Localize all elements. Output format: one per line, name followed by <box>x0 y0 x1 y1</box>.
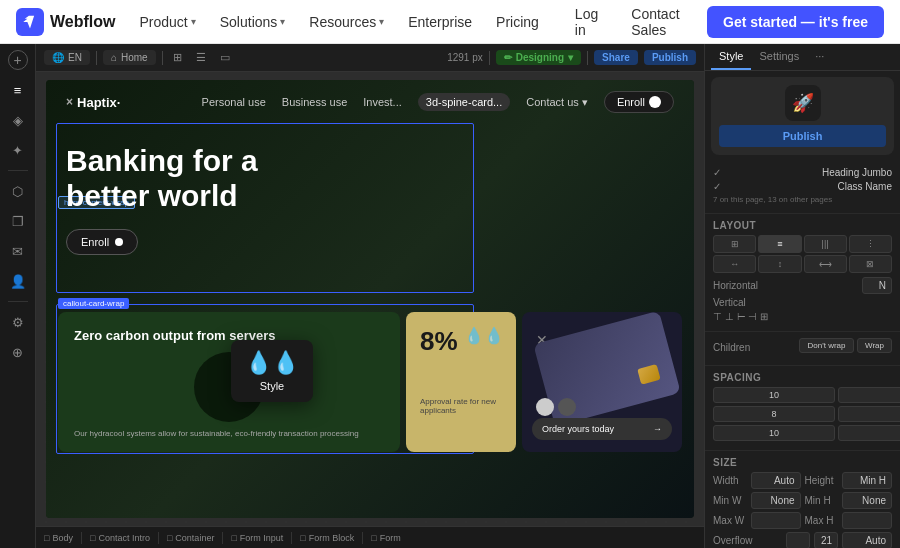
sidebar-icon-assets[interactable]: ◈ <box>4 106 32 134</box>
height-input[interactable] <box>842 472 892 489</box>
maxw-input[interactable] <box>751 512 801 529</box>
layout-btn-2[interactable]: ≡ <box>758 235 801 253</box>
tab-settings[interactable]: Settings <box>751 44 807 70</box>
sidebar-icon-cms[interactable]: ❐ <box>4 207 32 235</box>
dont-wrap-input[interactable] <box>799 338 854 353</box>
canvas-area[interactable]: × Haptix· Personal use Business use Inve… <box>36 72 704 526</box>
mode-selector[interactable]: ✏ Designing ▾ <box>496 50 581 65</box>
nav-enterprise[interactable]: Enterprise <box>400 10 480 34</box>
tab-more[interactable]: ··· <box>807 44 832 70</box>
maxh-input[interactable] <box>842 512 892 529</box>
overflow-input-3[interactable] <box>842 532 892 548</box>
wrap-input[interactable] <box>857 338 892 353</box>
sidebar-icon-settings[interactable]: ⚙ <box>4 308 32 336</box>
layout-btn-7[interactable]: ⟷ <box>804 255 847 273</box>
site-nav-3dspine[interactable]: 3d-spine-card... <box>418 93 510 111</box>
order-button[interactable]: Order yours today → <box>532 418 672 440</box>
share-button[interactable]: Share <box>594 50 638 65</box>
site-nav-business[interactable]: Business use <box>282 96 347 108</box>
view-icon[interactable]: ⊞ <box>169 49 186 66</box>
width-input[interactable] <box>751 472 801 489</box>
green-card-title: Zero carbon output from servers <box>74 328 384 345</box>
gold-card-label: Approval rate for new applicants <box>420 397 502 415</box>
overflow-input-2[interactable] <box>814 532 838 548</box>
layout-btn-8[interactable]: ⊠ <box>849 255 892 273</box>
breadcrumb-form-block[interactable]: □ Form Block <box>300 533 354 543</box>
spacing-input-2[interactable] <box>838 387 900 403</box>
right-panel: Style Settings ··· 🚀 Publish ✓ Heading J… <box>704 44 900 548</box>
breadcrumb-separator-5 <box>362 532 363 544</box>
top-navigation: Webflow Product ▾ Solutions ▾ Resources … <box>0 0 900 44</box>
spacing-input-4[interactable] <box>713 406 835 422</box>
nav-pricing[interactable]: Pricing <box>488 10 547 34</box>
form-icon: □ <box>371 533 376 543</box>
style-popup[interactable]: 💧💧 Style <box>231 340 313 402</box>
site-nav-invest[interactable]: Invest... <box>363 96 402 108</box>
editor-toolbar: 🌐 EN ⌂ Home ⊞ ☰ ▭ 1291 px ✏ Designing ▾ … <box>36 44 704 72</box>
overflow-input[interactable] <box>786 532 810 548</box>
logo[interactable]: Webflow <box>16 8 115 36</box>
tab-style[interactable]: Style <box>711 44 751 70</box>
enroll-dot <box>649 96 661 108</box>
breadcrumb-form-input[interactable]: □ Form Input <box>231 533 283 543</box>
breadcrumb-body[interactable]: □ Body <box>44 533 73 543</box>
breadcrumb-container[interactable]: □ Container <box>167 533 214 543</box>
horizontal-input[interactable] <box>862 277 892 294</box>
sidebar-icon-add[interactable]: ⊕ <box>4 338 32 366</box>
width-row: Width Height <box>713 472 892 489</box>
site-nav-contact[interactable]: Contact us ▾ <box>526 96 588 109</box>
maxw-row: Max W Max H <box>713 512 892 529</box>
sidebar-icon-pages[interactable]: ⬡ <box>4 177 32 205</box>
site-enroll-button[interactable]: Enroll <box>604 91 674 113</box>
layout-section: Layout ⊞ ≡ ||| ⋮ ↔ ↕ ⟷ ⊠ Horizontal Vert… <box>705 214 900 332</box>
contact-sales-button[interactable]: Contact Sales <box>619 2 699 42</box>
publish-button-panel[interactable]: Publish <box>719 125 886 147</box>
logo-text: Webflow <box>50 13 115 31</box>
breadcrumb-form[interactable]: □ Form <box>371 533 400 543</box>
site-nav-personal[interactable]: Personal use <box>202 96 266 108</box>
minh-input[interactable] <box>842 492 892 509</box>
mobile-icon[interactable]: ☰ <box>192 49 210 66</box>
layout-btn-1[interactable]: ⊞ <box>713 235 756 253</box>
minw-input[interactable] <box>751 492 801 509</box>
layout-btn-4[interactable]: ⋮ <box>849 235 892 253</box>
children-wrap-row: Children <box>713 338 892 356</box>
add-element-button[interactable]: + <box>8 50 28 70</box>
page-selector[interactable]: ⌂ Home <box>103 50 156 65</box>
sidebar-icon-layers[interactable]: ≡ <box>4 76 32 104</box>
nav-resources[interactable]: Resources ▾ <box>301 10 392 34</box>
flag-icon: 🌐 <box>52 52 64 63</box>
spacing-input-5[interactable] <box>838 406 900 422</box>
layout-btn-3[interactable]: ||| <box>804 235 847 253</box>
breadcrumb-contact[interactable]: □ Contact Intro <box>90 533 150 543</box>
nav-product[interactable]: Product ▾ <box>131 10 203 34</box>
sidebar-icon-components[interactable]: ✦ <box>4 136 32 164</box>
class-value: Class Name <box>838 181 892 192</box>
language-selector[interactable]: 🌐 EN <box>44 50 90 65</box>
spacing-input-8[interactable] <box>838 425 900 441</box>
green-card-subtitle: Our hydracool systems allow for sustaina… <box>74 429 384 438</box>
right-panel-tabs: Style Settings ··· <box>705 44 900 71</box>
contact-icon: □ <box>90 533 95 543</box>
home-icon: ⌂ <box>111 52 117 63</box>
spacing-input-1[interactable] <box>713 387 835 403</box>
tablet-icon[interactable]: ▭ <box>216 49 234 66</box>
get-started-button[interactable]: Get started — it's free <box>707 6 884 38</box>
sidebar-icon-users[interactable]: 👤 <box>4 267 32 295</box>
site-nav-links: Personal use Business use Invest... 3d-s… <box>202 91 674 113</box>
website-preview: × Haptix· Personal use Business use Inve… <box>46 80 694 518</box>
spacing-row-2 <box>713 406 892 422</box>
nav-solutions[interactable]: Solutions ▾ <box>212 10 294 34</box>
sidebar-icon-ecommerce[interactable]: ✉ <box>4 237 32 265</box>
layout-btn-5[interactable]: ↔ <box>713 255 756 273</box>
minw-row: Min W Min H <box>713 492 892 509</box>
login-button[interactable]: Log in <box>563 2 611 42</box>
spacing-input-7[interactable] <box>713 425 835 441</box>
hero-enroll-button[interactable]: Enroll <box>66 229 138 255</box>
layout-btn-6[interactable]: ↕ <box>758 255 801 273</box>
breadcrumb-separator-2 <box>158 532 159 544</box>
size-section: Size Width Height Min W Min H Max W Max … <box>705 451 900 548</box>
publish-button[interactable]: Publish <box>644 50 696 65</box>
gold-card: 💧💧 8% Approval rate for new applicants <box>406 312 516 452</box>
chevron-down-icon: ▾ <box>379 16 384 27</box>
